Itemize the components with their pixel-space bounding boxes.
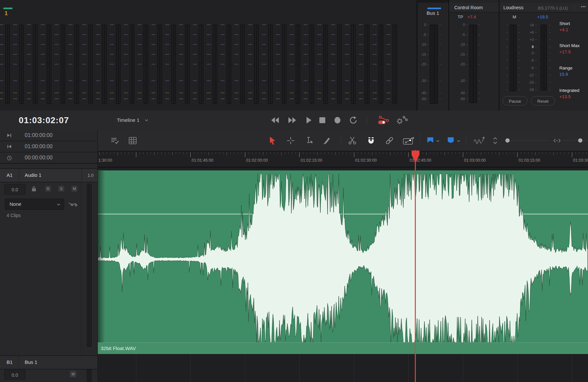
meter-scale-tick	[151, 24, 155, 25]
ruler-tick	[561, 152, 561, 154]
playhead-handle[interactable]	[411, 150, 420, 162]
loudness-standard: BS.1770-1 (LU)	[538, 6, 568, 11]
ruler-tick	[183, 152, 183, 154]
meter-scale-dash	[535, 53, 537, 53]
scissors-icon[interactable]	[348, 136, 357, 145]
meter-scale-tick	[276, 44, 280, 45]
meter-scale-tick	[27, 34, 31, 35]
meter-scale-tick	[304, 80, 307, 81]
track-index-icon[interactable]	[128, 136, 137, 145]
ruler-tick	[485, 152, 485, 154]
pause-button[interactable]: Pause	[502, 96, 527, 105]
duration-row[interactable]: 00:00:00:00	[0, 152, 97, 164]
automation-curve-icon[interactable]	[67, 200, 78, 208]
timeline-selector[interactable]: Timeline 1	[117, 117, 140, 123]
track-a1-record-arm-button[interactable]: R	[45, 186, 51, 192]
lock-icon[interactable]	[31, 186, 37, 192]
chevron-down-icon[interactable]	[144, 118, 149, 123]
range-tool-icon[interactable]	[286, 136, 295, 145]
playhead-line[interactable]	[415, 150, 416, 382]
ruler-tick	[263, 152, 263, 155]
track-b1-mute-button[interactable]: M	[70, 371, 76, 377]
link-icon[interactable]	[385, 136, 394, 145]
ruler-tick	[227, 152, 227, 155]
meter-scale-dash	[549, 47, 550, 47]
track-a1-solo-button[interactable]: S	[58, 186, 64, 192]
horizontal-zoom-icon[interactable]	[553, 136, 561, 145]
record-button[interactable]	[333, 116, 342, 124]
rewind-button[interactable]	[270, 116, 280, 124]
ruler-tick	[143, 152, 144, 154]
loop-button[interactable]	[348, 116, 358, 124]
meter-scale-tick	[221, 44, 225, 45]
meter-scale-tick	[41, 98, 45, 99]
meter-scale-tick	[124, 64, 128, 65]
out-point-row[interactable]: 01:00:00:00	[0, 130, 97, 141]
in-point-row[interactable]: 01:00:00:00	[0, 141, 97, 152]
meter-scale-tick	[331, 64, 335, 65]
toolbar-divider	[466, 135, 466, 145]
meter-scale-tick	[165, 54, 169, 55]
track-a1-volume[interactable]: 1.0	[88, 173, 94, 178]
meter-scale-dash	[506, 32, 508, 33]
vertical-expand-icon[interactable]	[492, 136, 498, 145]
loudness-menu-icon[interactable]: •••	[581, 5, 586, 9]
loudness-max-meter-bar	[541, 25, 547, 91]
channel-meter	[309, 25, 314, 104]
meter-scale-tick	[234, 34, 238, 35]
track-a1-title-row[interactable]: A1 Audio 1 1.0	[0, 168, 97, 182]
meter-scale-label: -6	[522, 58, 534, 62]
ruler-tick	[216, 152, 216, 154]
ruler-tick	[205, 152, 205, 154]
momentary-label: M	[513, 14, 516, 19]
bus-meter-panel[interactable]: Bus 1 0-5-10-15-20-30-40-50	[417, 3, 448, 111]
ruler-tick	[361, 152, 361, 154]
track-a1-mute-button[interactable]: M	[71, 186, 77, 192]
edit-tool-icon[interactable]	[305, 136, 314, 145]
waveform-zoom-icon[interactable]	[473, 136, 486, 145]
meter-scale-tick	[207, 93, 211, 93]
meter-scale-tick	[193, 24, 197, 25]
meter-scale-tick	[207, 34, 211, 35]
automation-icon[interactable]	[377, 116, 390, 124]
fast-forward-button[interactable]	[287, 116, 297, 124]
play-button[interactable]	[304, 116, 313, 124]
keyframe-box-icon[interactable]	[403, 136, 415, 145]
meter-scale-tick	[41, 44, 45, 45]
ruler-tick	[586, 152, 587, 154]
pencil-tool-icon[interactable]	[322, 136, 331, 145]
transport-settings-icon[interactable]	[395, 116, 408, 124]
ruler-tick	[372, 152, 372, 155]
audio-clip[interactable]: 32bit Float.WAV	[98, 170, 588, 354]
flag-icon[interactable]	[426, 136, 435, 145]
slider-thumb[interactable]	[578, 138, 582, 143]
ruler-tick	[99, 152, 100, 155]
timeline-view-options-icon[interactable]	[110, 136, 120, 145]
ruler-tick	[579, 152, 579, 154]
meter-scale-tick	[13, 98, 17, 99]
timeline-ruler[interactable]: 01:01:45:0001:02:00:0001:02:15:0001:02:3…	[98, 151, 588, 167]
track-a1-effects-dropdown[interactable]: None	[5, 199, 64, 210]
meter-scale-tick	[345, 34, 349, 35]
stop-button[interactable]	[317, 116, 327, 124]
track-a1-gain-field[interactable]: 0.0	[4, 184, 25, 195]
snap-magnet-icon[interactable]	[366, 136, 376, 145]
ruler-tick	[256, 152, 256, 154]
flag-chevron-down-icon[interactable]	[436, 139, 440, 143]
ruler-tick	[267, 152, 267, 154]
track-b1-gain-field[interactable]: 0.0	[4, 370, 25, 380]
lane-gridline	[354, 354, 354, 382]
loudness-stat-value: +17.5	[559, 49, 571, 54]
marker-chevron-down-icon[interactable]	[456, 139, 461, 143]
meter-scale-tick	[387, 44, 390, 45]
selection-tool-icon[interactable]	[268, 136, 277, 145]
marker-icon[interactable]	[446, 136, 455, 145]
meter-scale-tick	[165, 34, 169, 35]
meter-scale-tick	[179, 24, 183, 25]
track-b1-title-row[interactable]: B1 Bus 1	[0, 355, 97, 369]
slider-thumb[interactable]	[505, 138, 510, 143]
timeline-area[interactable]: 32bit Float.WAV	[98, 168, 588, 382]
reset-button[interactable]: Reset	[531, 96, 555, 105]
channel-meter	[102, 25, 107, 104]
loudness-stat-value: +4.1	[559, 27, 568, 32]
